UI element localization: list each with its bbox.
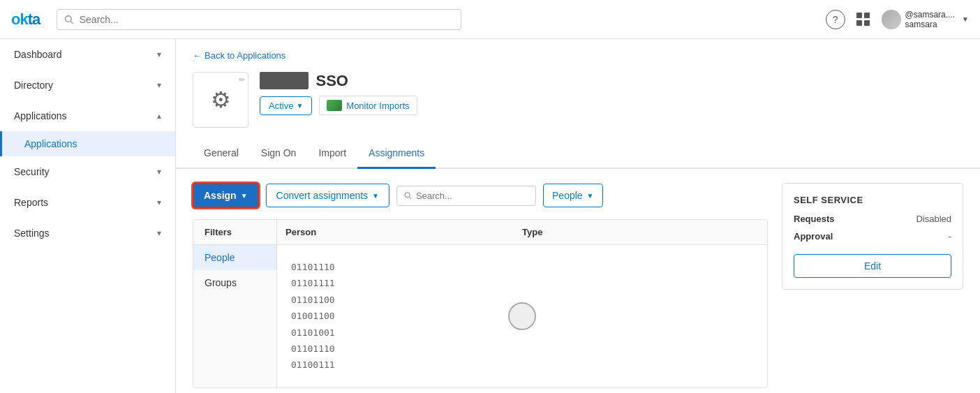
content-inner: ← Back to Applications ⚙ ✏ ████ SSO	[176, 39, 980, 393]
sidebar-sub-item-applications[interactable]: Applications	[0, 131, 175, 156]
sidebar-item-label: Applications	[14, 110, 67, 121]
assignments-search-input[interactable]	[416, 191, 528, 201]
okta-logo: okta	[11, 10, 40, 29]
tab-sign-on[interactable]: Sign On	[250, 139, 308, 169]
sidebar-sub-item-label: Applications	[24, 138, 77, 149]
app-header: ⚙ ✏ ████ SSO Active ▼	[176, 66, 980, 139]
top-bar: okta ? @samsara.... samsara ▼	[0, 0, 980, 39]
data-area: Person Type 01101110 01101111 01101100 0…	[277, 220, 767, 387]
filter-sidebar: Filters People Groups	[193, 220, 277, 387]
assign-label: Assign	[204, 190, 237, 201]
assignments-main: Assign ▼ Convert assignments ▼	[193, 183, 768, 388]
sidebar-item-settings[interactable]: Settings ▾	[0, 218, 175, 249]
type-header: Type	[522, 227, 759, 237]
app-title-blurred: ████	[260, 72, 309, 89]
grid-icon[interactable]	[856, 13, 870, 26]
search-box[interactable]	[57, 9, 461, 30]
convert-dropdown-icon: ▼	[372, 192, 379, 200]
assign-button[interactable]: Assign ▼	[193, 183, 259, 208]
app-title-text: SSO	[315, 72, 348, 89]
sidebar-item-label: Reports	[14, 197, 48, 208]
monitor-imports-button[interactable]: Monitor Imports	[319, 96, 417, 115]
convert-assignments-button[interactable]: Convert assignments ▼	[266, 184, 389, 207]
app-title: ████ SSO	[260, 72, 417, 90]
assignments-search[interactable]	[396, 186, 536, 206]
user-info[interactable]: @samsara.... samsara ▼	[882, 10, 969, 29]
binary-data-display: 01101110 01101111 01101100 01001100 0110…	[277, 245, 767, 387]
sidebar-item-label: Security	[14, 166, 50, 177]
search-icon	[404, 191, 412, 200]
content-area: ← Back to Applications ⚙ ✏ ████ SSO	[176, 39, 980, 393]
self-service-approval-row: Approval -	[794, 231, 951, 242]
self-service-title: SELF SERVICE	[794, 195, 951, 205]
filter-header: Filters	[193, 220, 276, 245]
sidebar-item-applications[interactable]: Applications ▴	[0, 101, 175, 131]
binary-circle-overlay	[508, 302, 536, 330]
filter-item-groups[interactable]: Groups	[193, 270, 276, 295]
assignments-area: Assign ▼ Convert assignments ▼	[176, 169, 980, 393]
table-inner: Filters People Groups	[193, 220, 767, 387]
chevron-down-icon: ▼	[962, 15, 969, 23]
back-link-text: Back to Applications	[205, 50, 285, 61]
back-arrow: ←	[193, 50, 202, 61]
status-active-button[interactable]: Active ▼	[260, 96, 312, 115]
self-service-requests-row: Requests Disabled	[794, 214, 951, 224]
requests-value: Disabled	[916, 214, 951, 224]
chevron-icon: ▾	[157, 228, 161, 238]
assignments-table: Filters People Groups	[193, 219, 768, 388]
self-service-sidebar: SELF SERVICE Requests Disabled Approval …	[782, 183, 963, 388]
sidebar-item-label: Settings	[14, 228, 50, 239]
back-link[interactable]: ← Back to Applications	[176, 39, 980, 66]
user-name: samsara	[905, 20, 956, 29]
user-email: @samsara....	[905, 10, 956, 20]
svg-line-1	[70, 21, 73, 23]
sidebar-item-security[interactable]: Security ▾	[0, 156, 175, 187]
sidebar-item-label: Directory	[14, 80, 53, 91]
sidebar: Dashboard ▾ Directory ▾ Applications ▴ A…	[0, 39, 176, 393]
status-label: Active	[269, 101, 293, 111]
chevron-up-icon: ▴	[157, 111, 161, 121]
chevron-icon: ▾	[157, 80, 161, 90]
help-icon[interactable]: ?	[826, 10, 845, 29]
top-right-actions: ? @samsara.... samsara ▼	[826, 10, 969, 29]
people-filter-button[interactable]: People ▼	[543, 184, 603, 207]
toolbar: Assign ▼ Convert assignments ▼	[193, 183, 768, 208]
sidebar-item-dashboard[interactable]: Dashboard ▾	[0, 39, 175, 70]
sidebar-item-directory[interactable]: Directory ▾	[0, 70, 175, 101]
search-icon	[64, 15, 73, 24]
tab-import[interactable]: Import	[307, 139, 357, 169]
chevron-icon: ▾	[157, 167, 161, 177]
svg-point-0	[66, 15, 72, 22]
approval-label: Approval	[794, 231, 833, 242]
chevron-icon: ▾	[157, 50, 161, 59]
convert-label: Convert assignments	[276, 190, 369, 201]
avatar	[882, 10, 901, 29]
binary-line-1: 01101110	[291, 259, 753, 275]
binary-line-6: 01101110	[291, 341, 753, 357]
approval-value: -	[949, 231, 951, 242]
search-input[interactable]	[80, 14, 454, 25]
main-area: Dashboard ▾ Directory ▾ Applications ▴ A…	[0, 39, 980, 393]
tab-general[interactable]: General	[193, 139, 250, 169]
people-label: People	[552, 190, 583, 201]
tab-assignments[interactable]: Assignments	[357, 139, 436, 169]
self-service-edit-button[interactable]: Edit	[794, 254, 951, 278]
filter-item-people[interactable]: People	[193, 245, 276, 270]
binary-line-7: 01100111	[291, 357, 753, 373]
self-service-box: SELF SERVICE Requests Disabled Approval …	[782, 183, 963, 290]
requests-label: Requests	[794, 214, 835, 224]
person-header: Person	[285, 227, 522, 237]
tabs: General Sign On Import Assignments	[176, 139, 980, 169]
app-info: ████ SSO Active ▼ Monitor Imports	[260, 72, 417, 115]
app-icon-box: ⚙ ✏	[193, 72, 248, 128]
gear-icon: ⚙	[211, 87, 231, 113]
dropdown-arrow-icon: ▼	[296, 102, 303, 110]
binary-line-2: 01101111	[291, 275, 753, 291]
assign-dropdown-icon: ▼	[241, 192, 248, 200]
sidebar-item-reports[interactable]: Reports ▾	[0, 187, 175, 218]
people-dropdown-icon: ▼	[587, 192, 594, 200]
data-header: Person Type	[277, 220, 767, 245]
edit-pencil-icon[interactable]: ✏	[239, 75, 245, 84]
app-actions: Active ▼ Monitor Imports	[260, 96, 417, 115]
monitor-icon	[327, 100, 342, 111]
